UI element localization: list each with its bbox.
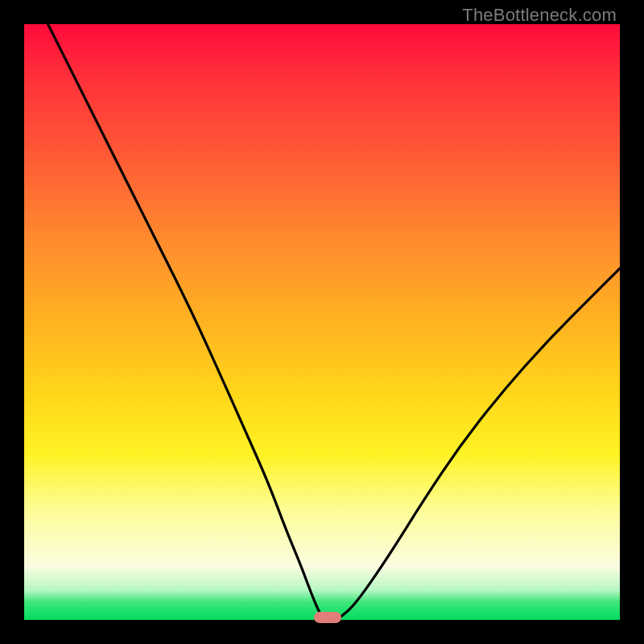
plot-area xyxy=(24,24,620,620)
watermark-text: TheBottleneck.com xyxy=(462,5,617,26)
curve-layer xyxy=(24,24,620,620)
optimum-marker xyxy=(314,612,341,623)
curve-left xyxy=(48,24,324,617)
curve-right xyxy=(340,268,620,617)
chart-frame: TheBottleneck.com xyxy=(0,0,644,644)
